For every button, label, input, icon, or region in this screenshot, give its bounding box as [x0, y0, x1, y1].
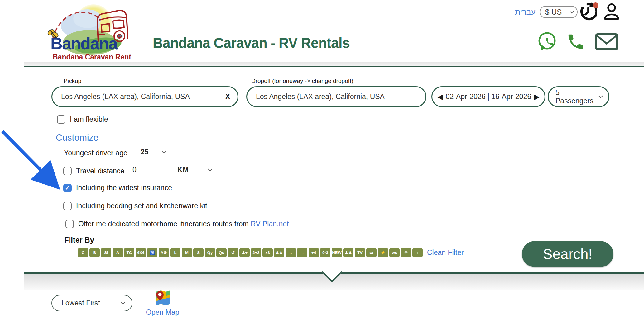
history-button[interactable]	[579, 2, 599, 21]
driver-age-label: Youngest driver age	[64, 149, 127, 157]
itineraries-label: Offer me dedicated motorhome itineraries…	[78, 220, 289, 228]
filter-plus4-beds-icon[interactable]: +4	[309, 248, 319, 257]
map-icon	[155, 289, 171, 306]
filter-shower-icon[interactable]: ☂	[401, 248, 411, 257]
filter-adults-child-icon[interactable]: ♟♟	[343, 248, 353, 257]
pickup-value: Los Angeles (LAX area), California, USA	[61, 92, 190, 101]
filter-by-heading: Filter By	[64, 236, 94, 244]
flexible-label: I am flexible	[70, 115, 108, 124]
filter-icons-list: CBSIATC4X4♿A⚙LMSQyQc↺♟+2+2x3♟♟↔→+40-3NEW…	[78, 248, 423, 257]
clean-filter-link[interactable]: Clean Filter	[427, 248, 464, 257]
pickup-label: Pickup	[64, 78, 81, 84]
bedding-row: ✓ Including bedding set and kitchenware …	[63, 202, 207, 210]
contact-icons	[537, 31, 624, 54]
filter-length-icon[interactable]: ↔	[286, 248, 296, 257]
travel-distance-label: Travel distance	[76, 167, 124, 175]
travel-distance-row: ✓ Travel distance 0 KM	[63, 166, 213, 176]
dropoff-label: Dropoff (for oneway -> change dropoff)	[251, 78, 353, 84]
filter-class-c-icon[interactable]: C	[78, 248, 88, 257]
distance-unit-select[interactable]: KM	[175, 166, 213, 176]
email-button[interactable]	[595, 32, 618, 52]
open-map-button[interactable]	[155, 289, 171, 306]
filter-quality-c-icon[interactable]: Qc	[216, 248, 227, 257]
insurance-label: Including the widest insurance	[76, 184, 172, 192]
phone-icon	[566, 32, 585, 51]
logo-tm: TM	[117, 34, 122, 38]
itineraries-checkbox[interactable]: ✓	[65, 220, 74, 228]
filter-motorhome-small-icon[interactable]: S	[193, 248, 204, 257]
flexible-row: ✓ I am flexible	[57, 115, 108, 124]
filter-automatic-icon[interactable]: A⚙	[159, 248, 169, 257]
pickup-input[interactable]: Los Angeles (LAX area), California, USA …	[51, 86, 238, 107]
account-button[interactable]	[603, 2, 621, 21]
customize-heading[interactable]: Customize	[56, 133, 99, 143]
whatsapp-button[interactable]	[537, 31, 557, 53]
sort-value: Lowest First	[61, 299, 100, 307]
driver-age-value: 25	[141, 148, 149, 156]
dates-value: 02-Apr-2026 | 16-Apr-2026	[446, 92, 531, 101]
filter-quality-y-icon[interactable]: Qy	[205, 248, 215, 257]
currency-value: $ US	[545, 8, 562, 17]
dropoff-value: Los Angeles (LAX area), California, USA	[256, 92, 385, 101]
rv-plan-link[interactable]: RV Plan.net	[251, 220, 289, 228]
chevron-down-icon	[208, 167, 212, 171]
filter-truck-camper-icon[interactable]: TC	[124, 248, 134, 257]
dates-prev-arrow[interactable]: ◀	[437, 93, 443, 101]
filter-motorhome-medium-icon[interactable]: M	[182, 248, 192, 257]
currency-select[interactable]: $ US	[540, 6, 578, 18]
travel-distance-checkbox[interactable]: ✓	[63, 167, 72, 175]
site-logo[interactable]: BandanaTM Bandana Caravan Rent	[44, 1, 140, 62]
passengers-select[interactable]: 5 Passengers	[548, 86, 609, 107]
filter-roundtrip-icon[interactable]: ↺	[228, 248, 238, 257]
page-title: Bandana Caravan - RV Rentals	[153, 34, 350, 51]
flexible-checkbox[interactable]: ✓	[57, 115, 65, 124]
check-icon: ✓	[65, 184, 70, 191]
notification-dot	[593, 2, 598, 8]
filter-family-plus-icon[interactable]: ♟♟	[274, 248, 284, 257]
filter-age-0-3-icon[interactable]: 0-3	[320, 248, 330, 257]
filter-power-icon[interactable]: ⚡	[378, 248, 388, 257]
dates-next-arrow[interactable]: ▶	[534, 93, 540, 101]
filter-semi-integrated-icon[interactable]: SI	[101, 248, 111, 257]
language-link-hebrew[interactable]: עברית	[515, 7, 536, 17]
dropoff-input[interactable]: Los Angeles (LAX area), California, USA	[246, 86, 426, 107]
filter-x3-icon[interactable]: x3	[262, 248, 273, 257]
filter-rv-dropoff-icon[interactable]: ↓	[412, 248, 423, 257]
logo-brand-text: BandanaTM	[50, 34, 122, 53]
insurance-checkbox[interactable]: ✓	[63, 184, 72, 192]
bedding-checkbox[interactable]: ✓	[63, 202, 72, 210]
bedding-label: Including bedding set and kitchenware ki…	[76, 202, 207, 210]
filter-seats-2plus2-icon[interactable]: 2+2	[251, 248, 261, 257]
filter-motorhome-large-icon[interactable]: L	[170, 248, 180, 257]
date-range-picker[interactable]: ◀ 02-Apr-2026 | 16-Apr-2026 ▶	[431, 86, 545, 107]
logo-caption: Bandana Caravan Rent	[44, 53, 140, 61]
filter-bed-icon[interactable]: ▭	[366, 248, 377, 257]
chevron-down-icon	[570, 9, 574, 13]
filter-new-vehicle-icon[interactable]: NEW	[332, 248, 342, 257]
chevron-down-icon	[162, 149, 166, 153]
distance-unit-value: KM	[177, 166, 189, 174]
filter-extra-driver-icon[interactable]: ♟+	[239, 248, 250, 257]
passengers-value: 5 Passengers	[555, 88, 599, 105]
filter-tv-icon[interactable]: TV	[355, 248, 365, 257]
header-divider	[24, 62, 644, 67]
filter-wheelchair-icon[interactable]: ♿	[147, 248, 157, 257]
chevron-down-icon	[121, 300, 125, 304]
filter-wc-icon[interactable]: wc	[389, 248, 400, 257]
pickup-clear-button[interactable]: X	[225, 92, 230, 101]
filter-4x4-icon[interactable]: 4X4	[136, 248, 146, 257]
sort-select[interactable]: Lowest First	[51, 295, 132, 311]
itineraries-row: ✓ Offer me dedicated motorhome itinerari…	[65, 220, 289, 228]
driver-age-row: Youngest driver age 25	[64, 149, 167, 158]
account-icon	[603, 2, 620, 21]
travel-distance-input[interactable]: 0	[131, 166, 164, 176]
filter-class-a-icon[interactable]: A	[113, 248, 123, 257]
open-map-label[interactable]: Open Map	[146, 308, 179, 316]
chevron-down-icon	[598, 94, 603, 98]
phone-button[interactable]	[566, 32, 585, 53]
driver-age-select[interactable]: 25	[138, 148, 167, 158]
filter-class-b-icon[interactable]: B	[89, 248, 100, 257]
email-icon	[595, 32, 618, 51]
search-button[interactable]: Search!	[522, 241, 613, 267]
filter-oneway-icon[interactable]: →	[297, 248, 307, 257]
